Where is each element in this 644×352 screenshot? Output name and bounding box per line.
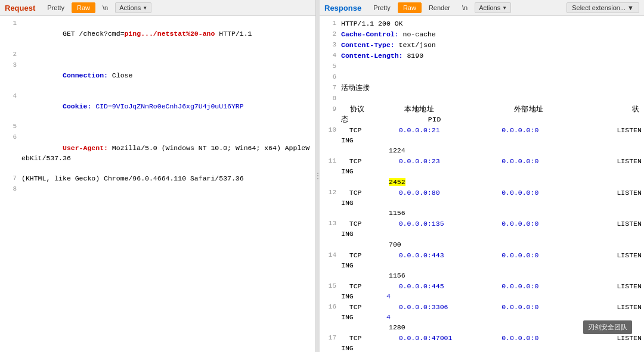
response-header: Response Pretty Raw Render \n Actions ▼ …	[320, 0, 644, 16]
select-extension-arrow: ▼	[627, 4, 634, 11]
resp-line-5: 5	[320, 61, 644, 72]
resp-line-10: 10 TCP 0.0.0.0:21 0.0.0.0:0 LISTENING	[320, 125, 644, 146]
request-line-4: 4 Cookie: CID=9VIoJqZNnRo0eCnhJ6xg7U4j0u…	[0, 91, 315, 122]
request-code-area[interactable]: 1 GET /check?cmd=ping.../netstat%20-ano …	[0, 16, 315, 352]
request-line-6: 6 User-Agent: Mozilla/5.0 (Windows NT 10…	[0, 132, 315, 173]
tab-raw-request[interactable]: Raw	[72, 2, 95, 13]
resp-line-16: 16 TCP 0.0.0.0:3306 0.0.0.0:0 LISTENING …	[320, 302, 644, 323]
request-line-7: 7 (KHTML, like Gecko) Chrome/96.0.4664.1…	[0, 173, 315, 184]
actions-dropdown-response[interactable]: Actions ▼	[475, 2, 511, 13]
tab-pretty-request[interactable]: Pretty	[42, 3, 69, 13]
resp-line-13: 13 TCP 0.0.0.0:135 0.0.0.0:0 LISTENING	[320, 219, 644, 239]
resp-line-2: 2 Cache-Control: no-cache	[320, 29, 644, 40]
resp-line-17: 17 TCP 0.0.0.0:47001 0.0.0.0:0 LISTENING	[320, 333, 644, 352]
resp-line-3: 3 Content-Type: text/json	[320, 40, 644, 51]
request-line-1: 1 GET /check?cmd=ping.../netstat%20-ano …	[0, 18, 315, 49]
response-code-area[interactable]: 1 HTTP/1.1 200 OK 2 Cache-Control: no-ca…	[320, 16, 644, 352]
resp-line-13b: 700	[320, 239, 644, 250]
resp-line-4: 4 Content-Length: 8190	[320, 51, 644, 61]
resp-line-6: 6	[320, 72, 644, 83]
request-title: Request	[5, 4, 35, 13]
resp-line-11b: 2452	[320, 177, 644, 188]
resp-line-8: 8	[320, 94, 644, 104]
actions-arrow-request: ▼	[143, 5, 147, 11]
tab-pretty-response[interactable]: Pretty	[369, 3, 395, 13]
resp-line-14: 14 TCP 0.0.0.0:443 0.0.0.0:0 LISTENING	[320, 250, 644, 271]
resp-line-12b: 1156	[320, 208, 644, 219]
request-header: Request Pretty Raw \n Actions ▼	[0, 0, 315, 16]
request-panel: Request Pretty Raw \n Actions ▼ 1 GET /c…	[0, 0, 316, 352]
tab-raw-response[interactable]: Raw	[398, 2, 422, 13]
request-line-2: 2	[0, 49, 315, 60]
resp-line-10b: 1224	[320, 145, 644, 156]
resp-line-14b: 1156	[320, 270, 644, 281]
tab-n-request[interactable]: \n	[98, 3, 113, 13]
watermark: 刃剑安全团队	[583, 320, 632, 334]
request-line-8: 8	[0, 184, 315, 195]
resp-line-9: 9 协议 本地地址 外部地址 状态 PID	[320, 104, 644, 125]
resp-line-12: 12 TCP 0.0.0.0:80 0.0.0.0:0 LISTENING	[320, 188, 644, 208]
actions-arrow-response: ▼	[502, 5, 507, 11]
select-extension-dropdown[interactable]: Select extension... ▼	[566, 2, 639, 13]
resp-line-11: 11 TCP 0.0.0.0:23 0.0.0.0:0 LISTENING	[320, 156, 644, 177]
request-line-3: 3 Connection: Close	[0, 60, 315, 91]
response-panel: Response Pretty Raw Render \n Actions ▼ …	[320, 0, 644, 352]
response-title: Response	[324, 4, 361, 13]
resp-line-1: 1 HTTP/1.1 200 OK	[320, 18, 644, 29]
tab-render-response[interactable]: Render	[424, 3, 455, 13]
resp-line-15: 15 TCP 0.0.0.0:445 0.0.0.0:0 LISTENING 4	[320, 281, 644, 302]
resp-line-7: 7 活动连接	[320, 83, 644, 94]
request-line-5: 5	[0, 122, 315, 132]
actions-dropdown-request[interactable]: Actions ▼	[115, 2, 151, 13]
tab-n-response[interactable]: \n	[457, 3, 472, 13]
